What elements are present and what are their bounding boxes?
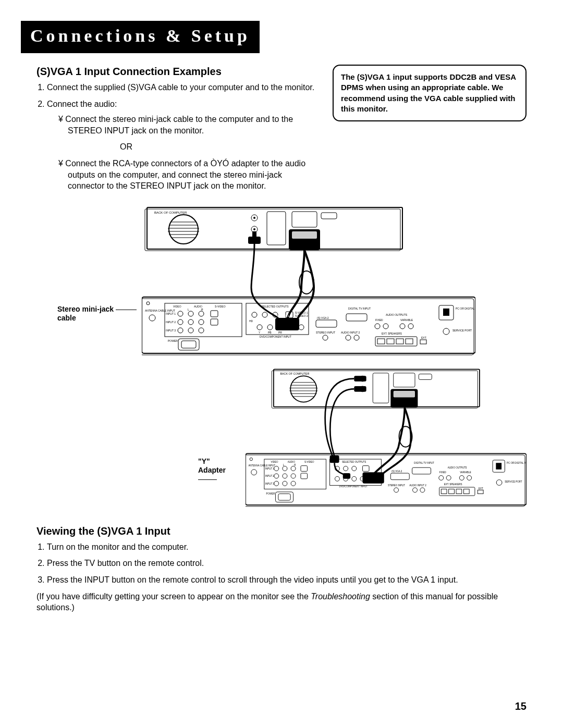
svg-point-152 [352, 466, 357, 471]
svg-text:PC
OR
DIGITAL
VCR: PC OR DIGITAL VCR [456, 307, 475, 310]
svg-text:PB: PB [268, 331, 272, 334]
svg-text:SELECTED OUTPUTS: SELECTED OUTPUTS [342, 461, 366, 463]
svg-point-74 [346, 335, 351, 340]
svg-rect-89 [396, 339, 403, 344]
svg-text:ANTENNA
CABLE INPUT: ANTENNA CABLE INPUT [145, 309, 175, 312]
diagram1-label: Stereo mini-jack cable [57, 305, 137, 323]
view-step-1: Turn on the monitor and the computer. [47, 541, 527, 553]
svg-point-144 [251, 470, 257, 475]
svg-point-10 [253, 217, 255, 219]
svg-rect-163 [343, 473, 350, 479]
diag-back-label-2: BACK OF COMPUTER [280, 372, 310, 375]
diagram1-label-line2: cable [57, 314, 76, 322]
svg-rect-112 [394, 373, 415, 387]
svg-rect-187 [496, 463, 502, 470]
svg-point-58 [257, 325, 262, 330]
svg-rect-153 [363, 465, 370, 471]
connection-diagram-2: BACK OF COMPUTER [246, 359, 527, 515]
svg-point-141 [283, 481, 287, 486]
svg-text:STEREO INPUT: STEREO INPUT [316, 331, 335, 334]
svg-rect-135 [301, 465, 308, 471]
svg-point-33 [178, 311, 183, 316]
svg-text:FIXED: FIXED [375, 318, 383, 322]
svg-rect-36 [211, 311, 218, 317]
svg-rect-15 [321, 213, 337, 219]
svg-point-176 [460, 475, 464, 480]
svg-text:DIGITAL TV
INPUT: DIGITAL TV INPUT [414, 462, 435, 464]
svg-rect-180 [442, 489, 447, 493]
svg-text:VIDEO: VIDEO [173, 305, 181, 308]
svg-text:AUDIO OUTPUTS: AUDIO OUTPUTS [386, 313, 408, 316]
svg-point-83 [400, 324, 405, 329]
svg-point-168 [420, 488, 425, 492]
svg-rect-90 [406, 339, 413, 344]
step-2-text: Connect the audio: [47, 100, 117, 108]
svg-text:S-VIDEO: S-VIDEO [304, 461, 314, 463]
svg-point-41 [178, 328, 183, 333]
diagram2-label-line2: Adapter [198, 466, 226, 474]
section-title-examples: (S)VGA 1 Input Connection Examples [36, 66, 317, 78]
svg-rect-14 [292, 212, 317, 227]
svg-point-42 [188, 328, 193, 333]
svg-text:DVD/COMPONENT INPUT: DVD/COMPONENT INPUT [339, 485, 368, 488]
svg-point-35 [199, 311, 204, 316]
svg-rect-117 [354, 386, 366, 392]
svg-point-96 [443, 328, 449, 335]
svg-point-100 [291, 376, 317, 402]
svg-point-189 [497, 479, 503, 485]
note-italic: Troubleshooting [311, 592, 370, 601]
svg-text:(S) VGA 2: (S) VGA 2 [391, 470, 402, 473]
svg-text:INPUT 3: INPUT 3 [265, 482, 275, 485]
svg-point-167 [413, 488, 418, 492]
svg-point-133 [283, 466, 287, 471]
svg-point-59 [267, 325, 273, 330]
svg-point-177 [467, 475, 472, 480]
instructions-list-1: Connect the supplied (S)VGA cable to you… [47, 82, 317, 192]
svg-rect-115 [394, 391, 415, 398]
svg-point-175 [446, 475, 451, 480]
svg-text:POWER: POWER [266, 492, 276, 495]
troubleshooting-note: (If you have difficulty getting your scr… [36, 591, 527, 613]
svg-text:PR: PR [278, 331, 282, 334]
svg-text:EXT.: EXT. [421, 336, 427, 339]
connection-diagram-1: BACK OF COMPUTER [142, 204, 475, 355]
svg-text:VIDEO: VIDEO [271, 461, 278, 463]
svg-rect-17 [292, 231, 317, 239]
svg-text:HD: HD [249, 319, 253, 323]
svg-rect-161 [391, 473, 410, 480]
page-number: 15 [515, 700, 527, 712]
svg-text:AUDIO INPUT 2: AUDIO INPUT 2 [341, 331, 360, 334]
svg-rect-68 [316, 320, 337, 327]
view-step-2: Press the TV button on the remote contro… [47, 558, 527, 569]
svg-text:AUDIO: AUDIO [288, 461, 296, 463]
svg-text:INPUT 2: INPUT 2 [265, 475, 275, 477]
svg-point-12 [253, 228, 255, 230]
svg-rect-113 [419, 374, 432, 379]
diagram2-label: "Y" Adapter [198, 457, 241, 485]
svg-point-81 [375, 324, 380, 329]
svg-point-82 [383, 324, 388, 329]
svg-point-52 [262, 312, 267, 317]
svg-text:SERVICE
PORT: SERVICE PORT [505, 480, 522, 483]
svg-rect-40 [211, 319, 218, 325]
svg-text:INPUT 2: INPUT 2 [166, 320, 176, 324]
svg-rect-48 [181, 341, 196, 348]
svg-point-51 [252, 312, 257, 317]
svg-text:S-VIDEO 2: S-VIDEO 2 [295, 314, 308, 317]
svg-point-122 [250, 458, 252, 460]
svg-text:AUDIO OUTPUTS: AUDIO OUTPUTS [448, 466, 467, 469]
svg-point-39 [199, 319, 204, 325]
svg-point-165 [394, 488, 399, 492]
svg-rect-67 [275, 318, 299, 330]
diagram2-label-line1: "Y" [198, 457, 210, 465]
svg-rect-13 [267, 212, 286, 245]
svg-point-142 [291, 481, 296, 486]
svg-rect-147 [278, 493, 290, 500]
svg-point-38 [188, 319, 193, 325]
svg-text:INPUT 1: INPUT 1 [166, 312, 176, 315]
svg-rect-88 [387, 339, 394, 344]
svg-rect-182 [456, 489, 462, 493]
diag-back-label: BACK OF COMPUTER [154, 211, 187, 214]
svg-text:L: L [188, 308, 189, 311]
svg-text:FIXED: FIXED [439, 471, 447, 474]
